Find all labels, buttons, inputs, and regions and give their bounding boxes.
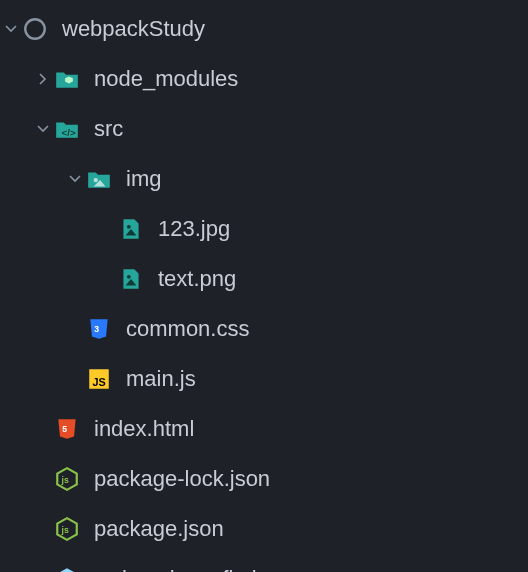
nodejs-file-icon: js: [54, 466, 80, 492]
folder-node-icon: [54, 66, 80, 92]
nodejs-file-icon: js: [54, 516, 80, 542]
file-label: webpack.config.js: [94, 566, 268, 572]
chevron-right-icon[interactable]: [32, 73, 54, 85]
js-file-icon: JS: [86, 366, 112, 392]
file-label: text.png: [158, 266, 236, 292]
css-file-icon: 3: [86, 316, 112, 342]
project-circle-icon: [22, 16, 48, 42]
tree-file-js[interactable]: JS main.js: [0, 354, 528, 404]
svg-text:js: js: [61, 475, 69, 485]
folder-img-icon: [86, 166, 112, 192]
svg-point-0: [25, 19, 45, 39]
svg-text:</>: </>: [62, 127, 76, 138]
chevron-down-icon[interactable]: [32, 123, 54, 135]
chevron-down-icon[interactable]: [0, 23, 22, 35]
svg-point-2: [94, 178, 98, 182]
file-label: package.json: [94, 516, 224, 542]
tree-folder-src[interactable]: </> src: [0, 104, 528, 154]
folder-label: img: [126, 166, 161, 192]
chevron-down-icon[interactable]: [64, 173, 86, 185]
file-label: index.html: [94, 416, 194, 442]
image-file-icon: [118, 216, 144, 242]
tree-file-webpack-config[interactable]: webpack.config.js: [0, 554, 528, 572]
tree-folder-node-modules[interactable]: node_modules: [0, 54, 528, 104]
tree-root-label: webpackStudy: [62, 16, 205, 42]
folder-label: src: [94, 116, 123, 142]
webpack-file-icon: [54, 566, 80, 572]
tree-root[interactable]: webpackStudy: [0, 4, 528, 54]
file-label: 123.jpg: [158, 216, 230, 242]
tree-file-css[interactable]: 3 common.css: [0, 304, 528, 354]
folder-src-icon: </>: [54, 116, 80, 142]
svg-point-4: [127, 275, 131, 279]
tree-folder-img[interactable]: img: [0, 154, 528, 204]
tree-file-html[interactable]: 5 index.html: [0, 404, 528, 454]
tree-file-package[interactable]: js package.json: [0, 504, 528, 554]
folder-label: node_modules: [94, 66, 238, 92]
tree-file-image[interactable]: text.png: [0, 254, 528, 304]
file-label: common.css: [126, 316, 249, 342]
tree-file-image[interactable]: 123.jpg: [0, 204, 528, 254]
svg-text:3: 3: [94, 324, 99, 334]
svg-text:5: 5: [62, 424, 67, 434]
image-file-icon: [118, 266, 144, 292]
file-label: package-lock.json: [94, 466, 270, 492]
tree-file-package-lock[interactable]: js package-lock.json: [0, 454, 528, 504]
svg-point-3: [127, 225, 131, 229]
html-file-icon: 5: [54, 416, 80, 442]
svg-text:js: js: [61, 525, 69, 535]
file-label: main.js: [126, 366, 196, 392]
svg-text:JS: JS: [93, 376, 106, 388]
